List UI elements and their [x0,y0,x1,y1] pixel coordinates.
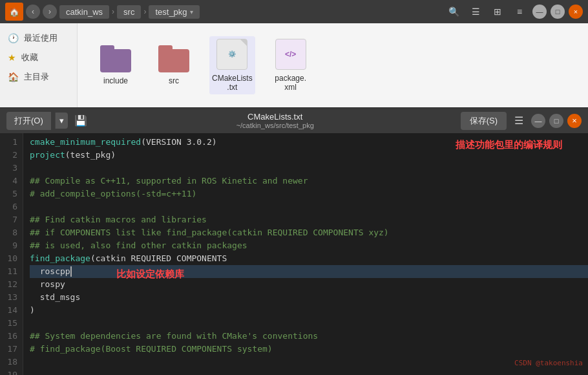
code-line-15 [30,317,588,330]
breadcrumb-sep2: › [143,7,146,16]
window-close[interactable]: × [569,5,583,19]
code-line-9: ## is used, also find other catkin packa… [30,239,588,252]
dropdown-arrow: ▾ [190,8,193,16]
folder-icon-include [100,45,131,72]
code-line-17: # find_package(Boost REQUIRED COMPONENTS… [30,343,588,356]
breadcrumb-src[interactable]: src [117,5,141,19]
folder-icon-src [158,45,189,72]
code-line-5: # add_compile_options(-std=c++11) [30,188,588,200]
main-content: 12345 678910 1112131415 1617181920 2122 … [0,133,588,375]
code-line-8: ## if COMPONENTS list like find_package(… [30,226,588,239]
window-maximize[interactable]: □ [551,5,565,19]
title-bar: 🏠 ‹ › catkin_ws › src › test_pkg ▾ 🔍 ☰ ⊞… [0,0,588,23]
grid-view-button[interactable]: ⊞ [488,3,507,21]
sidebar-home[interactable]: 🏠 主目录 [0,67,77,87]
xml-file-icon: </> [275,39,306,70]
sidebar-panel: 🕐 最近使用 ★ 收藏 🏠 主目录 [0,23,78,107]
code-line-2: project(test_pkg) [30,149,588,162]
code-line-11: roscpp [30,265,588,278]
code-line-13: std_msgs [30,291,588,304]
file-item-cmake[interactable]: ⚙️ CMakeLists.txt [209,36,255,94]
title-bar-left: 🏠 ‹ › catkin_ws › src › test_pkg ▾ [5,3,200,21]
clock-icon: 🕐 [8,33,19,43]
code-line-10: find_package(catkin REQUIRED COMPONENTS [30,252,588,265]
window-minimize[interactable]: — [532,5,547,19]
gedit-minimize[interactable]: — [531,114,545,128]
open-button[interactable]: 打开(O) [6,112,51,130]
line-numbers: 12345 678910 1112131415 1617181920 2122 [0,133,23,375]
cmake-file-icon: ⚙️ [216,39,247,70]
back-button[interactable]: ‹ [26,5,40,19]
code-line-6 [30,200,588,213]
gedit-title-area: CMakeLists.txt ~/catkin_ws/src/test_pkg [94,112,457,129]
file-label-xml: package.xml [275,74,306,92]
forward-button[interactable]: › [43,5,57,19]
sidebar-bookmarks[interactable]: ★ 收藏 [0,48,77,67]
gedit-close[interactable]: × [567,114,582,128]
gedit-filename: CMakeLists.txt [94,112,457,122]
file-label-src: src [169,76,179,85]
save-button[interactable]: 保存(S) [461,112,507,130]
home-icon: 🏠 [8,72,19,82]
gedit-toolbar: 打开(O) ▾ 💾 CMakeLists.txt ~/catkin_ws/src… [0,107,588,133]
save-icon-button[interactable]: 💾 [72,112,90,129]
code-content[interactable]: cmake_minimum_required(VERSION 3.0.2) pr… [23,133,588,375]
code-line-12: rospy [30,278,588,291]
breadcrumb-testpkg[interactable]: test_pkg ▾ [149,5,199,19]
star-icon: ★ [8,52,16,63]
title-bar-actions: 🔍 ☰ ⊞ ≡ — □ × [445,3,583,21]
code-line-18 [30,356,588,369]
breadcrumb-catkin[interactable]: catkin_ws [59,5,109,19]
code-line-3 [30,162,588,175]
watermark: CSDN @takoenshia [514,357,583,370]
code-line-1: cmake_minimum_required(VERSION 3.0.2) [30,136,588,149]
code-line-7: ## Find catkin macros and libraries [30,213,588,226]
breadcrumb-sep1: › [112,7,114,16]
file-grid: include src ⚙️ CMakeLists.txt </> packag… [78,23,588,107]
code-line-19 [30,369,588,375]
gedit-filepath: ~/catkin_ws/src/test_pkg [94,122,457,129]
file-item-include[interactable]: include [93,45,138,85]
list-view-button[interactable]: ☰ [467,3,485,21]
code-line-16: ## System dependencies are found with CM… [30,330,588,343]
gedit-maximize[interactable]: □ [549,114,563,128]
file-browser: 🕐 最近使用 ★ 收藏 🏠 主目录 include src [0,23,588,107]
code-line-4: ## Compile as C++11, supported in ROS Ki… [30,175,588,188]
file-item-src[interactable]: src [151,45,196,85]
file-item-xml[interactable]: </> package.xml [268,39,313,92]
file-label-include: include [103,76,128,85]
hamburger-menu-button[interactable]: ☰ [510,112,527,129]
code-line-14: ) [30,304,588,317]
search-button[interactable]: 🔍 [445,3,463,21]
sidebar-recent[interactable]: 🕐 最近使用 [0,28,77,48]
menu-button[interactable]: ≡ [510,3,529,21]
open-dropdown[interactable]: ▾ [55,112,68,129]
home-button[interactable]: 🏠 [5,3,23,21]
code-editor[interactable]: 12345 678910 1112131415 1617181920 2122 … [0,133,588,375]
file-label-cmake: CMakeLists.txt [212,74,253,92]
